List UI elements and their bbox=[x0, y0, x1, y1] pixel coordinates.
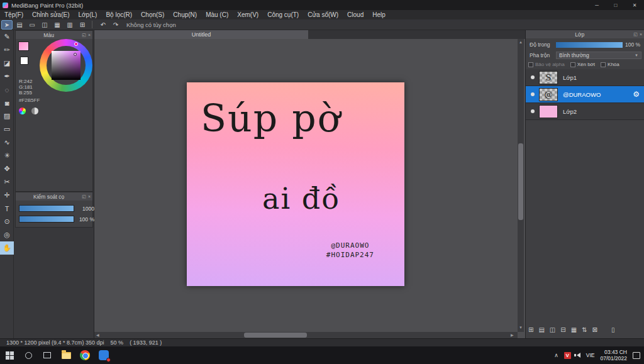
gradient-tool[interactable]: ▨ bbox=[0, 109, 14, 123]
reorder-layer-icon[interactable]: ⇅ bbox=[582, 326, 587, 333]
close-button[interactable]: ✕ bbox=[625, 0, 644, 10]
eraser-tool[interactable]: ◪ bbox=[0, 57, 14, 70]
new-layer-icon[interactable]: ⊞ bbox=[528, 326, 533, 333]
horizontal-scrollbar-thumb[interactable] bbox=[244, 333, 307, 338]
menu-tools[interactable]: Công cụ(T) bbox=[263, 10, 303, 19]
messaging-app-button[interactable] bbox=[94, 346, 113, 364]
background-color-swatch[interactable] bbox=[20, 57, 28, 65]
maximize-button[interactable]: □ bbox=[606, 0, 625, 10]
blend-mode-dropdown[interactable]: Bình thường ▼ bbox=[556, 52, 641, 59]
layer-folder-icon[interactable]: ▦ bbox=[571, 326, 577, 333]
brush-opacity-slider[interactable] bbox=[19, 216, 74, 223]
text-tool[interactable]: T bbox=[0, 202, 14, 215]
ruler-icon[interactable]: ▥ bbox=[64, 20, 75, 30]
move-tool[interactable]: ✥ bbox=[0, 162, 14, 175]
minimize-button[interactable]: ─ bbox=[587, 0, 606, 10]
magic-wand-tool[interactable]: ✳ bbox=[0, 149, 14, 162]
clear-layer-icon[interactable]: ⊠ bbox=[592, 326, 597, 333]
menu-color[interactable]: Màu (C) bbox=[201, 10, 233, 19]
start-button[interactable] bbox=[0, 346, 19, 364]
color-bar-mode-icon[interactable] bbox=[31, 108, 38, 114]
menu-window[interactable]: Cửa sổ(W) bbox=[303, 10, 343, 19]
grid-icon[interactable]: ▦ bbox=[52, 20, 63, 30]
lasso-tool[interactable]: ∿ bbox=[0, 136, 14, 149]
chrome-button[interactable] bbox=[75, 346, 94, 364]
new-folder-icon[interactable]: ▤ bbox=[538, 326, 544, 333]
language-indicator[interactable]: VIE bbox=[586, 352, 595, 358]
layer-opacity-slider[interactable] bbox=[556, 42, 623, 48]
float-panel-icon[interactable]: ◱ bbox=[82, 194, 86, 199]
menu-filter[interactable]: Bộ lọc(R) bbox=[101, 10, 136, 19]
delete-layer-icon[interactable]: ▯ bbox=[611, 326, 615, 333]
taskbar-clock[interactable]: 03:43 CH 07/01/2022 bbox=[600, 349, 627, 361]
menu-select[interactable]: Chọn(S) bbox=[136, 10, 169, 19]
bucket-tool[interactable]: ◙ bbox=[0, 96, 14, 109]
menu-help[interactable]: Help bbox=[368, 10, 390, 19]
layer-visibility-icon[interactable] bbox=[531, 109, 535, 113]
menu-cloud[interactable]: Cloud bbox=[343, 10, 368, 19]
operation-tool[interactable]: ✛ bbox=[0, 189, 14, 202]
menu-view[interactable]: Xem(V) bbox=[233, 10, 263, 19]
brush-tool[interactable]: ✒ bbox=[0, 70, 14, 83]
duplicate-layer-icon[interactable]: ◫ bbox=[550, 326, 555, 333]
hidden-icons-chevron[interactable]: ∧ bbox=[554, 352, 558, 358]
document-info: 1300 * 1200 pixel (9.4 * 8.7cm) 350 dpi bbox=[6, 339, 104, 346]
menu-edit[interactable]: Chỉnh sửa(E) bbox=[28, 10, 74, 19]
float-panel-icon[interactable]: ◱ bbox=[633, 32, 638, 37]
checkbox-icon bbox=[528, 62, 533, 67]
divide-tool[interactable]: ✂ bbox=[0, 175, 14, 189]
menu-file[interactable]: Tệp(F) bbox=[0, 10, 28, 19]
zoom-tool[interactable]: ◎ bbox=[0, 228, 14, 241]
save-icon[interactable]: ◫ bbox=[39, 20, 50, 30]
document-tab[interactable]: Untitled bbox=[94, 30, 308, 39]
sv-marker[interactable] bbox=[74, 53, 77, 56]
layer-row[interactable]: S Lớp1 bbox=[526, 69, 644, 86]
undo-icon[interactable]: ↶ bbox=[97, 20, 109, 30]
scroll-up-icon[interactable]: ▲ bbox=[519, 40, 523, 44]
pencil-tool[interactable]: ✏ bbox=[0, 43, 14, 57]
layer-row-selected[interactable]: @ @DURAOWO ⚙ bbox=[526, 86, 644, 103]
vertical-scrollbar-thumb[interactable] bbox=[518, 143, 523, 220]
canvas[interactable]: Súp pờ ai đồ @DURAOWO #HOIDAP247 bbox=[187, 82, 404, 286]
clipping-checkbox[interactable]: Xén bớt bbox=[570, 62, 595, 67]
redo-icon[interactable]: ↷ bbox=[110, 20, 121, 30]
merge-layer-icon[interactable]: ⊟ bbox=[560, 326, 565, 333]
chevron-down-icon: ▼ bbox=[635, 53, 638, 57]
snap-settings-icon[interactable]: ⊞ bbox=[77, 20, 88, 30]
canvas-icon[interactable]: ▤ bbox=[14, 20, 25, 30]
hand-tool[interactable]: ✋ bbox=[0, 241, 14, 255]
eyedropper-tool[interactable]: ⊙ bbox=[0, 215, 14, 228]
cortana-button[interactable] bbox=[19, 346, 38, 364]
layer-thumbnail: S bbox=[539, 71, 558, 84]
close-panel-icon[interactable]: × bbox=[640, 32, 642, 36]
brush-size-slider[interactable] bbox=[19, 205, 74, 212]
airbrush-tool[interactable]: ◌ bbox=[0, 83, 14, 96]
scroll-right-icon[interactable]: ▶ bbox=[511, 333, 514, 337]
layer-row[interactable]: Lớp2 bbox=[526, 103, 644, 120]
close-panel-icon[interactable]: × bbox=[88, 194, 91, 199]
comment-icon[interactable]: ▭ bbox=[26, 20, 38, 30]
foreground-color-swatch[interactable] bbox=[18, 41, 29, 51]
select-rect-tool[interactable]: ▭ bbox=[0, 123, 14, 136]
unikey-icon[interactable]: V bbox=[564, 352, 571, 359]
scroll-down-icon[interactable]: ▼ bbox=[519, 326, 523, 329]
close-panel-icon[interactable]: × bbox=[88, 33, 91, 37]
protect-alpha-checkbox[interactable]: Bảo vệ alpha bbox=[528, 62, 565, 67]
layer-settings-gear-icon[interactable]: ⚙ bbox=[633, 90, 640, 99]
layer-visibility-icon[interactable] bbox=[531, 75, 535, 79]
menu-snap[interactable]: Chụp(N) bbox=[169, 10, 201, 19]
color-wheel-mode-icon[interactable] bbox=[19, 108, 26, 114]
color-panel-header: Màu ◱ × bbox=[16, 31, 92, 39]
cursor-icon[interactable]: ➤ bbox=[1, 20, 13, 30]
layer-visibility-icon[interactable] bbox=[531, 92, 535, 96]
scroll-left-icon[interactable]: ◀ bbox=[96, 333, 99, 337]
speaker-icon[interactable] bbox=[577, 353, 580, 358]
hue-marker[interactable] bbox=[74, 42, 78, 46]
task-view-button[interactable] bbox=[38, 346, 57, 364]
float-panel-icon[interactable]: ◱ bbox=[82, 33, 86, 38]
file-explorer-button[interactable] bbox=[57, 346, 75, 364]
action-center-icon[interactable] bbox=[633, 352, 640, 359]
lock-checkbox[interactable]: Khóa bbox=[601, 62, 619, 67]
menu-layer[interactable]: Lớp(L) bbox=[74, 10, 102, 19]
pen-tool[interactable]: ✎ bbox=[0, 30, 14, 43]
